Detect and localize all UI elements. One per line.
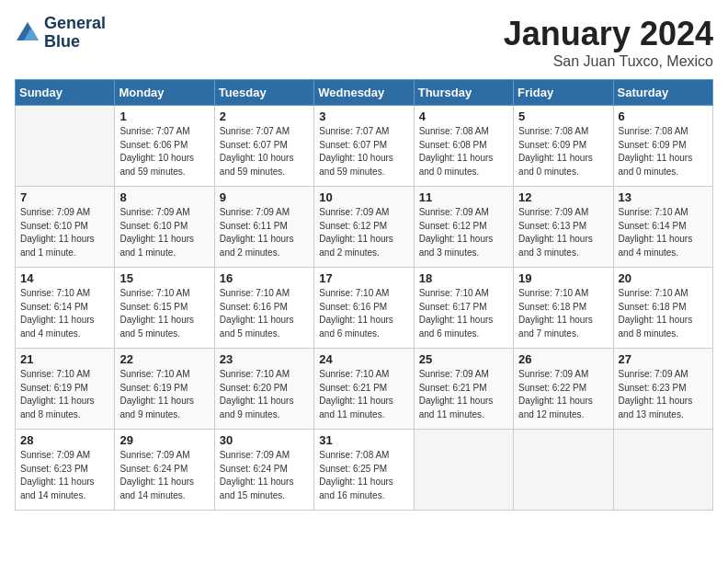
day-number: 6 xyxy=(619,109,708,123)
weekday-header-row: SundayMondayTuesdayWednesdayThursdayFrid… xyxy=(16,80,713,106)
day-info: Sunrise: 7:10 AM Sunset: 6:17 PM Dayligh… xyxy=(419,287,508,340)
day-info: Sunrise: 7:07 AM Sunset: 6:06 PM Dayligh… xyxy=(119,125,209,178)
weekday-header: Thursday xyxy=(414,80,513,106)
day-number: 11 xyxy=(419,190,508,204)
calendar-cell: 2Sunrise: 7:07 AM Sunset: 6:07 PM Daylig… xyxy=(214,106,313,187)
calendar-cell xyxy=(514,430,613,511)
logo-text: General Blue xyxy=(44,15,106,52)
calendar-cell: 15Sunrise: 7:10 AM Sunset: 6:15 PM Dayli… xyxy=(115,268,214,349)
calendar-cell: 19Sunrise: 7:10 AM Sunset: 6:18 PM Dayli… xyxy=(514,268,613,349)
day-info: Sunrise: 7:10 AM Sunset: 6:21 PM Dayligh… xyxy=(319,368,408,421)
calendar-cell: 20Sunrise: 7:10 AM Sunset: 6:18 PM Dayli… xyxy=(613,268,712,349)
day-number: 25 xyxy=(419,352,508,366)
day-number: 12 xyxy=(518,190,608,204)
day-number: 22 xyxy=(119,352,209,366)
day-number: 26 xyxy=(518,352,608,366)
day-number: 16 xyxy=(220,271,309,285)
calendar-cell: 27Sunrise: 7:09 AM Sunset: 6:23 PM Dayli… xyxy=(613,349,712,430)
weekday-header: Saturday xyxy=(613,80,712,106)
calendar-week-row: 21Sunrise: 7:10 AM Sunset: 6:19 PM Dayli… xyxy=(16,349,713,430)
day-number: 18 xyxy=(419,271,508,285)
weekday-header: Sunday xyxy=(16,80,115,106)
calendar-cell: 25Sunrise: 7:09 AM Sunset: 6:21 PM Dayli… xyxy=(414,349,513,430)
day-number: 19 xyxy=(518,271,608,285)
calendar-cell: 31Sunrise: 7:08 AM Sunset: 6:25 PM Dayli… xyxy=(314,430,414,511)
day-info: Sunrise: 7:08 AM Sunset: 6:09 PM Dayligh… xyxy=(518,125,608,178)
calendar-cell xyxy=(613,430,712,511)
day-info: Sunrise: 7:09 AM Sunset: 6:13 PM Dayligh… xyxy=(518,206,608,259)
day-number: 4 xyxy=(419,109,508,123)
title-block: January 2024 San Juan Tuxco, Mexico xyxy=(504,15,713,70)
day-info: Sunrise: 7:10 AM Sunset: 6:18 PM Dayligh… xyxy=(619,287,708,340)
day-info: Sunrise: 7:08 AM Sunset: 6:08 PM Dayligh… xyxy=(419,125,508,178)
day-info: Sunrise: 7:10 AM Sunset: 6:20 PM Dayligh… xyxy=(220,368,309,421)
calendar-cell: 8Sunrise: 7:09 AM Sunset: 6:10 PM Daylig… xyxy=(115,187,214,268)
calendar-week-row: 1Sunrise: 7:07 AM Sunset: 6:06 PM Daylig… xyxy=(16,106,713,187)
calendar-cell: 13Sunrise: 7:10 AM Sunset: 6:14 PM Dayli… xyxy=(613,187,712,268)
day-info: Sunrise: 7:09 AM Sunset: 6:23 PM Dayligh… xyxy=(619,368,708,421)
location: San Juan Tuxco, Mexico xyxy=(504,53,713,70)
day-number: 10 xyxy=(319,190,408,204)
day-info: Sunrise: 7:10 AM Sunset: 6:19 PM Dayligh… xyxy=(119,368,209,421)
calendar-cell: 22Sunrise: 7:10 AM Sunset: 6:19 PM Dayli… xyxy=(115,349,214,430)
calendar-cell: 21Sunrise: 7:10 AM Sunset: 6:19 PM Dayli… xyxy=(16,349,115,430)
page-header: General Blue January 2024 San Juan Tuxco… xyxy=(15,15,713,70)
day-number: 20 xyxy=(619,271,708,285)
calendar-cell: 10Sunrise: 7:09 AM Sunset: 6:12 PM Dayli… xyxy=(314,187,414,268)
day-info: Sunrise: 7:09 AM Sunset: 6:11 PM Dayligh… xyxy=(220,206,309,259)
calendar-week-row: 7Sunrise: 7:09 AM Sunset: 6:10 PM Daylig… xyxy=(16,187,713,268)
day-info: Sunrise: 7:09 AM Sunset: 6:24 PM Dayligh… xyxy=(119,449,209,502)
day-number: 1 xyxy=(119,109,209,123)
day-info: Sunrise: 7:09 AM Sunset: 6:12 PM Dayligh… xyxy=(319,206,408,259)
day-info: Sunrise: 7:10 AM Sunset: 6:16 PM Dayligh… xyxy=(319,287,408,340)
day-info: Sunrise: 7:09 AM Sunset: 6:12 PM Dayligh… xyxy=(419,206,508,259)
day-number: 27 xyxy=(619,352,708,366)
calendar-cell: 7Sunrise: 7:09 AM Sunset: 6:10 PM Daylig… xyxy=(16,187,115,268)
calendar-cell: 1Sunrise: 7:07 AM Sunset: 6:06 PM Daylig… xyxy=(115,106,214,187)
weekday-header: Tuesday xyxy=(214,80,313,106)
calendar-cell: 23Sunrise: 7:10 AM Sunset: 6:20 PM Dayli… xyxy=(214,349,313,430)
day-number: 31 xyxy=(319,433,408,447)
day-info: Sunrise: 7:10 AM Sunset: 6:14 PM Dayligh… xyxy=(20,287,109,340)
day-number: 15 xyxy=(119,271,209,285)
day-number: 13 xyxy=(619,190,708,204)
day-info: Sunrise: 7:10 AM Sunset: 6:14 PM Dayligh… xyxy=(619,206,708,259)
calendar-table: SundayMondayTuesdayWednesdayThursdayFrid… xyxy=(15,79,713,511)
day-info: Sunrise: 7:09 AM Sunset: 6:22 PM Dayligh… xyxy=(518,368,608,421)
calendar-cell: 4Sunrise: 7:08 AM Sunset: 6:08 PM Daylig… xyxy=(414,106,513,187)
calendar-cell: 14Sunrise: 7:10 AM Sunset: 6:14 PM Dayli… xyxy=(16,268,115,349)
logo-line2: Blue xyxy=(44,33,106,52)
calendar-cell: 16Sunrise: 7:10 AM Sunset: 6:16 PM Dayli… xyxy=(214,268,313,349)
month-title: January 2024 xyxy=(504,15,713,53)
day-number: 24 xyxy=(319,352,408,366)
calendar-cell: 30Sunrise: 7:09 AM Sunset: 6:24 PM Dayli… xyxy=(214,430,313,511)
logo: General Blue xyxy=(15,15,106,52)
logo-line1: General xyxy=(44,15,106,33)
logo-icon xyxy=(15,20,40,46)
day-info: Sunrise: 7:10 AM Sunset: 6:15 PM Dayligh… xyxy=(119,287,209,340)
day-number: 14 xyxy=(20,271,109,285)
day-info: Sunrise: 7:09 AM Sunset: 6:24 PM Dayligh… xyxy=(220,449,309,502)
calendar-cell: 26Sunrise: 7:09 AM Sunset: 6:22 PM Dayli… xyxy=(514,349,613,430)
day-info: Sunrise: 7:08 AM Sunset: 6:09 PM Dayligh… xyxy=(619,125,708,178)
day-info: Sunrise: 7:08 AM Sunset: 6:25 PM Dayligh… xyxy=(319,449,408,502)
calendar-cell: 29Sunrise: 7:09 AM Sunset: 6:24 PM Dayli… xyxy=(115,430,214,511)
calendar-cell: 3Sunrise: 7:07 AM Sunset: 6:07 PM Daylig… xyxy=(314,106,414,187)
day-number: 17 xyxy=(319,271,408,285)
day-number: 30 xyxy=(220,433,309,447)
weekday-header: Wednesday xyxy=(314,80,414,106)
day-number: 21 xyxy=(20,352,109,366)
day-number: 23 xyxy=(220,352,309,366)
calendar-cell: 9Sunrise: 7:09 AM Sunset: 6:11 PM Daylig… xyxy=(214,187,313,268)
day-info: Sunrise: 7:10 AM Sunset: 6:19 PM Dayligh… xyxy=(20,368,109,421)
calendar-cell xyxy=(16,106,115,187)
day-number: 3 xyxy=(319,109,408,123)
day-number: 29 xyxy=(119,433,209,447)
calendar-cell: 28Sunrise: 7:09 AM Sunset: 6:23 PM Dayli… xyxy=(16,430,115,511)
day-number: 2 xyxy=(220,109,309,123)
day-info: Sunrise: 7:09 AM Sunset: 6:10 PM Dayligh… xyxy=(20,206,109,259)
day-info: Sunrise: 7:07 AM Sunset: 6:07 PM Dayligh… xyxy=(220,125,309,178)
day-number: 8 xyxy=(119,190,209,204)
day-info: Sunrise: 7:07 AM Sunset: 6:07 PM Dayligh… xyxy=(319,125,408,178)
calendar-week-row: 14Sunrise: 7:10 AM Sunset: 6:14 PM Dayli… xyxy=(16,268,713,349)
